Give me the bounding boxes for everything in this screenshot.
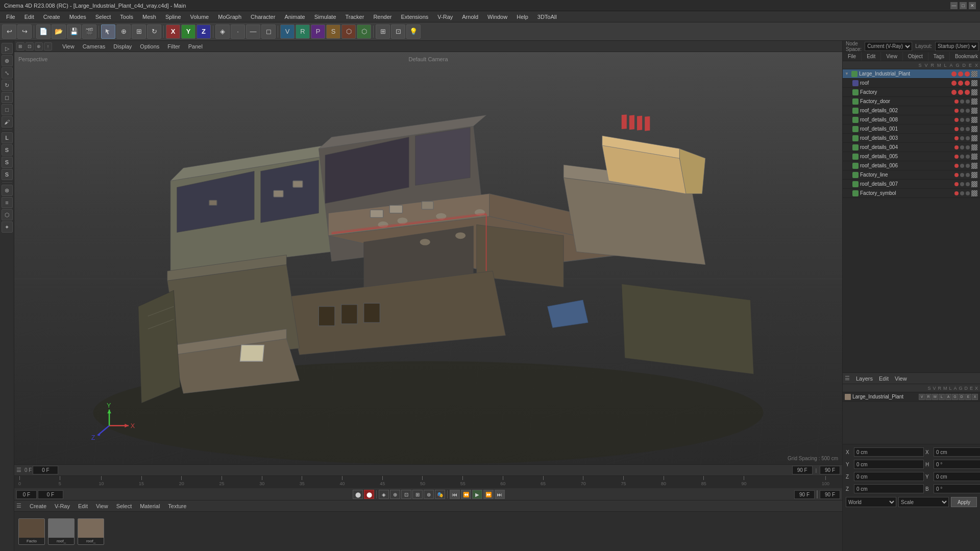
material-handle[interactable]: ☰ — [16, 503, 21, 509]
layer-row[interactable]: Large_Industrial_Plant V R M L A G D E X — [843, 392, 980, 402]
layer-mgr[interactable]: M — [932, 394, 938, 400]
step-back-btn[interactable]: ⏪ — [461, 490, 471, 499]
sidebar-magnet[interactable]: ⊗ — [2, 185, 13, 196]
plugin-btn6[interactable]: ⬡ — [357, 24, 371, 39]
layer-gen[interactable]: G — [952, 394, 958, 400]
sidebar-select[interactable]: ▷ — [2, 43, 13, 54]
sidebar-s3[interactable]: S — [2, 169, 13, 180]
sidebar-more[interactable]: ✦ — [2, 221, 13, 233]
light-btn[interactable]: 💡 — [406, 24, 421, 39]
sidebar-paint[interactable]: 🖌 — [2, 116, 13, 128]
menu-modes[interactable]: Modes — [65, 13, 90, 21]
obj-row-factory-door[interactable]: Factory_door — [843, 97, 980, 106]
vray-btn1[interactable]: V — [280, 24, 295, 39]
apply-button[interactable]: Apply — [951, 497, 977, 507]
layers-view[interactable]: View — [893, 374, 909, 383]
menu-character[interactable]: Character — [247, 13, 279, 21]
layer-anim[interactable]: A — [945, 394, 951, 400]
vp-expand-btn[interactable]: ⊞ — [16, 42, 24, 51]
menu-mesh[interactable]: Mesh — [138, 13, 160, 21]
mat-select[interactable]: Select — [114, 502, 134, 510]
vp-menu-cameras[interactable]: Cameras — [81, 42, 108, 51]
obj-row-roof-details-001[interactable]: roof_details_001 — [843, 124, 980, 134]
menu-extensions[interactable]: Extensions — [397, 13, 432, 21]
obj-row-roof-details-007[interactable]: roof_details_007 — [843, 180, 980, 189]
tab-object[interactable]: Object — [903, 52, 928, 61]
close-btn[interactable]: ✕ — [969, 2, 976, 9]
scale-select[interactable]: Scale — [898, 497, 949, 507]
obj-row-roof-details-004[interactable]: roof_details_004 — [843, 143, 980, 152]
edge-mode-btn[interactable]: — — [246, 24, 260, 39]
menu-spline[interactable]: Spline — [161, 13, 185, 21]
goto-start-btn[interactable]: ⏮ — [450, 490, 460, 499]
viewport-3d[interactable]: X Y Z Perspective Default Camera Grid Sp… — [14, 52, 842, 464]
layers-label[interactable]: Layers — [854, 374, 875, 383]
menu-file[interactable]: File — [2, 13, 19, 21]
vray-btn2[interactable]: R — [296, 24, 310, 39]
record-btn[interactable]: ⬤ — [353, 490, 363, 499]
minimize-btn[interactable]: — — [950, 2, 958, 9]
sidebar-rotate[interactable]: ↻ — [2, 80, 13, 91]
goto-end-btn[interactable]: ⏭ — [495, 490, 505, 499]
material-thumb-0[interactable]: Facto — [18, 518, 45, 545]
material-thumb-1[interactable]: roof_ — [48, 518, 75, 545]
maximize-btn[interactable]: □ — [960, 2, 967, 9]
obj-row-factory-line[interactable]: Factory_line — [843, 170, 980, 180]
layer-x[interactable]: X — [972, 394, 978, 400]
mat-view[interactable]: View — [94, 502, 110, 510]
obj-row-factory-symbol[interactable]: Factory_symbol — [843, 189, 980, 198]
new-btn[interactable]: 📄 — [36, 24, 51, 39]
vp-menu-options[interactable]: Options — [138, 42, 161, 51]
obj-row-roof-details-002[interactable]: roof_details_002 — [843, 106, 980, 115]
mat-create[interactable]: Create — [28, 502, 48, 510]
record-active-btn[interactable]: ⬤ — [364, 490, 374, 499]
mat-material[interactable]: Material — [138, 502, 162, 510]
x-axis-btn[interactable]: X — [166, 24, 180, 39]
menu-window[interactable]: Window — [483, 13, 511, 21]
menu-edit[interactable]: Edit — [20, 13, 38, 21]
snap-btn[interactable]: ⊞ — [376, 24, 390, 39]
tab-view[interactable]: View — [881, 52, 903, 61]
world-select[interactable]: World — [846, 497, 896, 507]
menu-volume[interactable]: Volume — [186, 13, 213, 21]
menu-arnold[interactable]: Arnold — [458, 13, 482, 21]
layer-lock[interactable]: L — [939, 394, 945, 400]
plugin-btn4[interactable]: S — [326, 24, 340, 39]
open-btn[interactable]: 📂 — [52, 24, 66, 39]
coord-y1-input[interactable] — [854, 460, 924, 469]
point-mode-btn[interactable]: · — [231, 24, 245, 39]
mat-edit[interactable]: Edit — [76, 502, 90, 510]
sidebar-obj[interactable]: ⬡ — [2, 209, 13, 220]
timeline-handle[interactable]: ☰ — [16, 467, 21, 473]
menu-v-ray[interactable]: V-Ray — [433, 13, 457, 21]
menu-select[interactable]: Select — [91, 13, 115, 21]
menu-help[interactable]: Help — [512, 13, 532, 21]
coord-x2-input[interactable] — [934, 447, 980, 457]
play-btn[interactable]: ▶ — [472, 490, 482, 499]
menu-animate[interactable]: Animate — [280, 13, 309, 21]
obj-row-roof-details-006[interactable]: roof_details_006 — [843, 161, 980, 170]
obj-row-roof-details-005[interactable]: roof_details_005 — [843, 152, 980, 161]
material-thumb-2[interactable]: roof_ — [78, 518, 104, 545]
menu-tools[interactable]: Tools — [116, 13, 137, 21]
z-axis-btn[interactable]: Z — [197, 24, 211, 39]
keyframe5-btn[interactable]: ⊛ — [424, 490, 434, 499]
coord-x1-input[interactable] — [854, 447, 924, 457]
vp-menu-view[interactable]: View — [60, 42, 77, 51]
node-space-select[interactable]: Current (V-Ray) — [865, 42, 912, 51]
layers-handle[interactable]: ☰ — [845, 375, 850, 382]
redo-btn[interactable]: ↪ — [17, 24, 32, 39]
obj-row-roof[interactable]: roof — [843, 79, 980, 88]
vp-menu-display[interactable]: Display — [111, 42, 134, 51]
sidebar-layers-icon[interactable]: ≡ — [2, 197, 13, 208]
sidebar-move[interactable]: ⊕ — [2, 55, 13, 66]
keyframe-btn[interactable]: ◈ — [379, 490, 389, 499]
obj-mode-btn[interactable]: ◈ — [215, 24, 230, 39]
sidebar-poly[interactable]: ◻ — [2, 92, 13, 103]
keyframe2-btn[interactable]: ⊕ — [390, 490, 400, 499]
vp-cam-btn[interactable]: ⊕ — [35, 42, 43, 51]
sidebar-s2[interactable]: S — [2, 157, 13, 168]
plugin-btn5[interactable]: ⬡ — [341, 24, 356, 39]
obj-row-roof-details-003[interactable]: roof_details_003 — [843, 134, 980, 143]
tab-file[interactable]: File — [843, 52, 862, 61]
